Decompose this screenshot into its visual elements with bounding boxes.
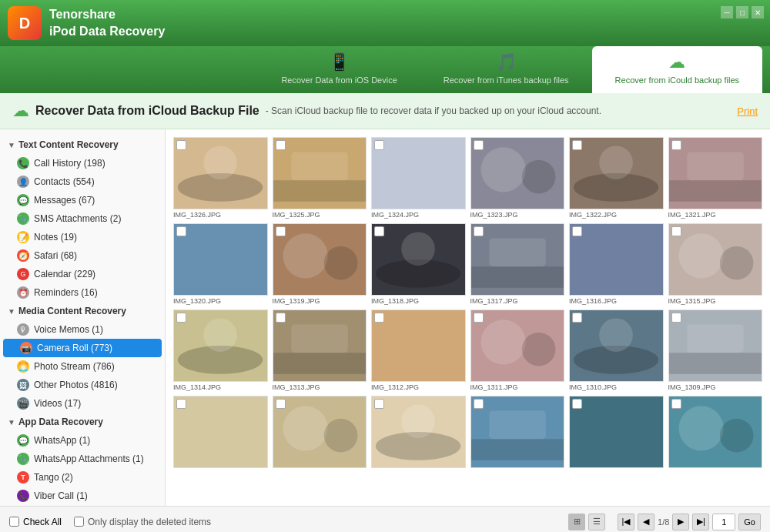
only-deleted-label[interactable]: Only display the deleted items	[74, 517, 211, 527]
photo-checkbox[interactable]	[374, 140, 384, 150]
whatsapp-icon: 💬	[17, 434, 29, 447]
next-page-button[interactable]: ▶	[672, 514, 689, 530]
photo-item[interactable]: IMG_1312.JPG	[371, 309, 466, 391]
photo-checkbox[interactable]	[474, 140, 484, 150]
sidebar-item-call-history[interactable]: 📞 Call History (198)	[0, 154, 165, 172]
photo-item[interactable]: IMG_1318.JPG	[371, 223, 466, 305]
photo-checkbox[interactable]	[572, 399, 582, 409]
photo-checkbox[interactable]	[671, 226, 681, 236]
photo-image	[570, 310, 663, 381]
tab-icloud[interactable]: ☁ Recover from iCould backup files	[592, 46, 762, 93]
photo-checkbox[interactable]	[276, 313, 286, 323]
prev-page-button[interactable]: ◀	[638, 514, 654, 530]
photo-stream-icon: 🌅	[17, 360, 29, 373]
photo-item[interactable]	[273, 396, 367, 468]
sidebar-item-whatsapp[interactable]: 💬 WhatsApp (1)	[0, 431, 165, 450]
photo-item[interactable]: IMG_1326.JPG	[173, 137, 268, 219]
photo-image	[273, 224, 367, 295]
photo-checkbox[interactable]	[572, 313, 582, 323]
cloud-icon: ☁	[12, 101, 29, 121]
photo-checkbox[interactable]	[374, 399, 384, 409]
photo-item[interactable]: IMG_1310.JPG	[569, 309, 664, 391]
photo-item[interactable]: IMG_1317.JPG	[470, 223, 565, 305]
photo-item[interactable]: IMG_1315.JPG	[668, 223, 763, 305]
photo-checkbox[interactable]	[474, 226, 484, 236]
photo-checkbox[interactable]	[671, 313, 681, 323]
only-deleted-text: Only display the deleted items	[88, 517, 211, 527]
sidebar-item-notes[interactable]: 📝 Notes (19)	[0, 228, 165, 246]
tab-itunes[interactable]: 🎵 Recover from iTunes backup files	[420, 46, 592, 93]
sidebar-item-tango[interactable]: T Tango (2)	[0, 468, 165, 487]
photo-checkbox[interactable]	[176, 313, 186, 323]
photo-checkbox[interactable]	[572, 226, 582, 236]
sidebar-item-whatsapp-attachments[interactable]: 📎 WhatsApp Attachments (1)	[0, 450, 165, 468]
photo-checkbox[interactable]	[572, 140, 582, 150]
sidebar-item-calendar[interactable]: G Calendar (229)	[0, 265, 165, 283]
sidebar-item-voice-memos[interactable]: 🎙 Voice Memos (1)	[0, 320, 165, 339]
photo-thumbnail	[371, 137, 466, 209]
photo-item[interactable]: IMG_1323.JPG	[470, 137, 565, 219]
photo-image	[372, 138, 465, 209]
photo-checkbox[interactable]	[671, 399, 681, 409]
sidebar-item-other-photos[interactable]: 🖼 Other Photos (4816)	[0, 376, 165, 394]
sidebar-item-messages[interactable]: 💬 Messages (67)	[0, 191, 165, 209]
photo-checkbox[interactable]	[276, 399, 286, 409]
photo-item[interactable]	[371, 396, 466, 468]
photo-checkbox[interactable]	[474, 313, 484, 323]
sidebar-item-safari[interactable]: 🧭 Safari (68)	[0, 246, 165, 265]
only-deleted-checkbox[interactable]	[74, 517, 84, 527]
photo-item[interactable]: IMG_1319.JPG	[273, 223, 367, 305]
section-app-recovery: ▼ App Data Recovery	[0, 413, 165, 431]
photo-thumbnail	[470, 396, 565, 468]
photo-item[interactable]	[569, 396, 664, 468]
sidebar-item-viber-call[interactable]: 📞 Viber Call (1)	[0, 487, 165, 505]
photo-item[interactable]: IMG_1314.JPG	[173, 309, 268, 391]
photo-item[interactable]	[470, 396, 565, 468]
photo-item[interactable]	[173, 396, 268, 468]
sidebar-item-viber-message[interactable]: 💬 Viber Message (1)	[0, 505, 165, 506]
photo-checkbox[interactable]	[276, 140, 286, 150]
sidebar-item-contacts[interactable]: 👤 Contacts (554)	[0, 172, 165, 191]
sidebar-item-sms-attachments[interactable]: 📎 SMS Attachments (2)	[0, 209, 165, 228]
tab-ios[interactable]: 📱 Recover Data from iOS Device	[258, 46, 420, 93]
sidebar-item-photo-stream[interactable]: 🌅 Photo Stream (786)	[0, 357, 165, 376]
photo-item[interactable]	[668, 396, 763, 468]
photo-item[interactable]: IMG_1309.JPG	[668, 309, 763, 391]
photo-label: IMG_1320.JPG	[173, 297, 268, 305]
photo-item[interactable]: IMG_1316.JPG	[569, 223, 664, 305]
last-page-button[interactable]: ▶|	[692, 514, 709, 530]
minimize-button[interactable]: ─	[721, 6, 733, 18]
photo-checkbox[interactable]	[176, 226, 186, 236]
photo-checkbox[interactable]	[176, 140, 186, 150]
sidebar-item-videos[interactable]: 🎬 Videos (17)	[0, 394, 165, 413]
go-button[interactable]: Go	[738, 514, 761, 530]
photo-checkbox[interactable]	[374, 226, 384, 236]
print-link[interactable]: Print	[737, 105, 758, 117]
photo-item[interactable]: IMG_1320.JPG	[173, 223, 268, 305]
photo-checkbox[interactable]	[276, 226, 286, 236]
maximize-button[interactable]: □	[736, 6, 748, 18]
photo-checkbox[interactable]	[374, 313, 384, 323]
photo-item[interactable]: IMG_1324.JPG	[371, 137, 466, 219]
photo-item[interactable]: IMG_1321.JPG	[668, 137, 763, 219]
sidebar-item-reminders[interactable]: ⏰ Reminders (16)	[0, 283, 165, 302]
check-all-label[interactable]: Check All	[9, 517, 62, 527]
photo-checkbox[interactable]	[474, 399, 484, 409]
sidebar-item-camera-roll[interactable]: 📷 Camera Roll (773)	[3, 339, 162, 357]
close-button[interactable]: ✕	[752, 6, 764, 18]
photo-checkbox[interactable]	[671, 140, 681, 150]
photo-content-area[interactable]: IMG_1326.JPG IMG_1325.JPG IMG_1324.JPG	[166, 129, 770, 506]
photo-item[interactable]: IMG_1325.JPG	[273, 137, 367, 219]
list-view-button[interactable]: ☰	[588, 514, 605, 530]
photo-item[interactable]: IMG_1311.JPG	[470, 309, 565, 391]
page-number-input[interactable]	[712, 514, 735, 530]
check-all-checkbox[interactable]	[9, 517, 19, 527]
text-section-label: Text Content Recovery	[18, 139, 119, 150]
itunes-icon: 🎵	[496, 52, 517, 72]
photo-item[interactable]: IMG_1322.JPG	[569, 137, 664, 219]
photo-checkbox[interactable]	[176, 399, 186, 409]
grid-view-button[interactable]: ⊞	[568, 514, 585, 530]
photo-item[interactable]: IMG_1313.JPG	[273, 309, 367, 391]
first-page-button[interactable]: |◀	[618, 514, 634, 530]
sidebar: ▼ Text Content Recovery 📞 Call History (…	[0, 129, 166, 506]
